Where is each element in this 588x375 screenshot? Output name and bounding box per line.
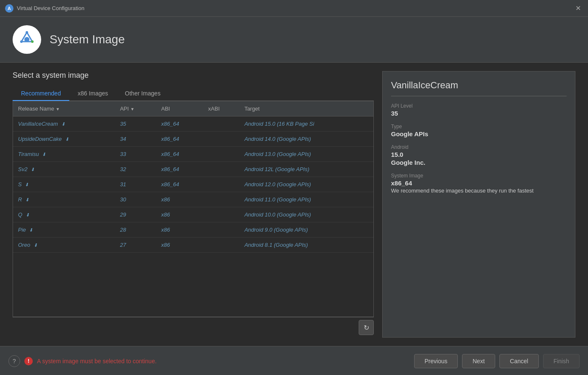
tab-recommended[interactable]: Recommended [13, 87, 69, 101]
cell-xabi [203, 177, 239, 192]
android-studio-logo [13, 25, 41, 54]
cell-api: 29 [115, 207, 156, 222]
cell-target: Android 10.0 (Google APIs) [239, 207, 373, 222]
cell-target: Android 11.0 (Google APIs) [239, 192, 373, 207]
download-icon[interactable]: ⬇ [31, 167, 34, 172]
cell-abi: x86_64 [156, 177, 203, 192]
android-group: Android 15.0 Google Inc. [391, 144, 567, 166]
cell-abi: x86_64 [156, 132, 203, 147]
download-icon[interactable]: ⬇ [29, 227, 33, 233]
col-target: Target [239, 101, 373, 116]
section-title: Select a system image [13, 71, 374, 80]
refresh-button[interactable]: ↻ [359, 320, 374, 335]
system-image-group: System Image x86_64 We recommend these i… [391, 173, 567, 194]
left-panel: Select a system image Recommended x86 Im… [13, 71, 374, 338]
cell-xabi [203, 207, 239, 222]
system-image-table-wrap: Release Name ▼ API ▼ ABI xABI Target Van… [13, 101, 374, 338]
titlebar-title: Virtual Device Configuration [17, 5, 84, 11]
cell-api: 28 [115, 222, 156, 238]
tabs-bar: Recommended x86 Images Other Images [13, 87, 374, 101]
type-label: Type [391, 124, 567, 129]
cell-abi: x86 [156, 192, 203, 207]
cell-abi: x86 [156, 222, 203, 238]
system-image-table: Release Name ▼ API ▼ ABI xABI Target Van… [13, 101, 373, 253]
type-group: Type Google APIs [391, 124, 567, 137]
android-vendor-value: Google Inc. [391, 159, 567, 166]
info-panel: VanillaIceCream API Level 35 Type Google… [382, 71, 575, 338]
help-button[interactable]: ? [8, 355, 20, 367]
cell-xabi [203, 116, 239, 132]
cell-api: 33 [115, 147, 156, 162]
cell-api: 30 [115, 192, 156, 207]
system-image-table-container[interactable]: Release Name ▼ API ▼ ABI xABI Target Van… [13, 101, 374, 317]
table-row[interactable]: Q ⬇29x86Android 10.0 (Google APIs) [13, 207, 373, 222]
titlebar-icon: A [5, 4, 13, 13]
cell-release-name: Sv2 ⬇ [13, 162, 115, 177]
cell-release-name: Q ⬇ [13, 207, 115, 222]
table-row[interactable]: VanillaIceCream ⬇35x86_64Android 15.0 (1… [13, 116, 373, 132]
cell-abi: x86 [156, 207, 203, 222]
error-message: A system image must be selected to conti… [37, 358, 157, 364]
bottom-bar: ? ! A system image must be selected to c… [0, 346, 588, 375]
cell-release-name: Tiramisu ⬇ [13, 147, 115, 162]
titlebar: A Virtual Device Configuration ✕ [0, 0, 588, 17]
col-abi: ABI [156, 101, 203, 116]
cell-abi: x86 [156, 238, 203, 253]
cell-release-name: R ⬇ [13, 192, 115, 207]
table-row[interactable]: Pie ⬇28x86Android 9.0 (Google APIs) [13, 222, 373, 238]
table-row[interactable]: R ⬇30x86Android 11.0 (Google APIs) [13, 192, 373, 207]
download-icon[interactable]: ⬇ [42, 152, 46, 157]
table-row[interactable]: Oreo ⬇27x86Android 8.1 (Google APIs) [13, 238, 373, 253]
col-api[interactable]: API ▼ [115, 101, 156, 116]
svg-point-2 [24, 37, 29, 42]
close-button[interactable]: ✕ [573, 3, 583, 13]
cell-abi: x86_64 [156, 162, 203, 177]
cell-target: Android 9.0 (Google APIs) [239, 222, 373, 238]
error-icon: ! [24, 357, 33, 365]
cell-release-name: S ⬇ [13, 177, 115, 192]
cell-xabi [203, 132, 239, 147]
svg-point-5 [20, 40, 23, 43]
cell-api: 27 [115, 238, 156, 253]
cell-target: Android 8.1 (Google APIs) [239, 238, 373, 253]
table-row[interactable]: Sv2 ⬇32x86_64Android 12L (Google APIs) [13, 162, 373, 177]
download-icon[interactable]: ⬇ [65, 137, 69, 142]
finish-button[interactable]: Finish [543, 354, 580, 368]
cell-release-name: Pie ⬇ [13, 222, 115, 238]
cell-release-name: Oreo ⬇ [13, 238, 115, 253]
download-icon[interactable]: ⬇ [25, 197, 29, 203]
cell-api: 31 [115, 177, 156, 192]
cancel-button[interactable]: Cancel [499, 354, 539, 368]
download-icon[interactable]: ⬇ [26, 212, 29, 218]
cell-xabi [203, 192, 239, 207]
android-label: Android [391, 144, 567, 150]
tab-x86-images[interactable]: x86 Images [69, 87, 116, 101]
previous-button[interactable]: Previous [414, 354, 458, 368]
api-level-value: 35 [391, 110, 567, 117]
table-row[interactable]: Tiramisu ⬇33x86_64Android 13.0 (Google A… [13, 147, 373, 162]
cell-release-name: UpsideDownCake ⬇ [13, 132, 115, 147]
table-row[interactable]: S ⬇31x86_64Android 12.0 (Google APIs) [13, 177, 373, 192]
svg-point-4 [31, 40, 34, 43]
svg-point-3 [26, 31, 28, 34]
cell-api: 34 [115, 132, 156, 147]
cell-release-name: VanillaIceCream ⬇ [13, 116, 115, 132]
cell-xabi [203, 222, 239, 238]
content-area: Select a system image Recommended x86 Im… [0, 63, 588, 346]
system-image-value: x86_64 [391, 180, 567, 187]
download-icon[interactable]: ⬇ [34, 243, 37, 248]
bottom-actions: Previous Next Cancel Finish [414, 354, 580, 368]
table-row[interactable]: UpsideDownCake ⬇34x86_64Android 14.0 (Go… [13, 132, 373, 147]
download-icon[interactable]: ⬇ [25, 182, 29, 188]
tab-other-images[interactable]: Other Images [116, 87, 169, 101]
cell-target: Android 13.0 (Google APIs) [239, 147, 373, 162]
page-title: System Image [50, 33, 125, 46]
cell-xabi [203, 238, 239, 253]
download-icon[interactable]: ⬇ [61, 121, 65, 127]
next-button[interactable]: Next [462, 354, 495, 368]
col-release-name[interactable]: Release Name ▼ [13, 101, 115, 116]
android-version-value: 15.0 [391, 151, 567, 158]
cell-xabi [203, 147, 239, 162]
header-banner: System Image [0, 17, 588, 63]
cell-target: Android 15.0 (16 KB Page Si [239, 116, 373, 132]
